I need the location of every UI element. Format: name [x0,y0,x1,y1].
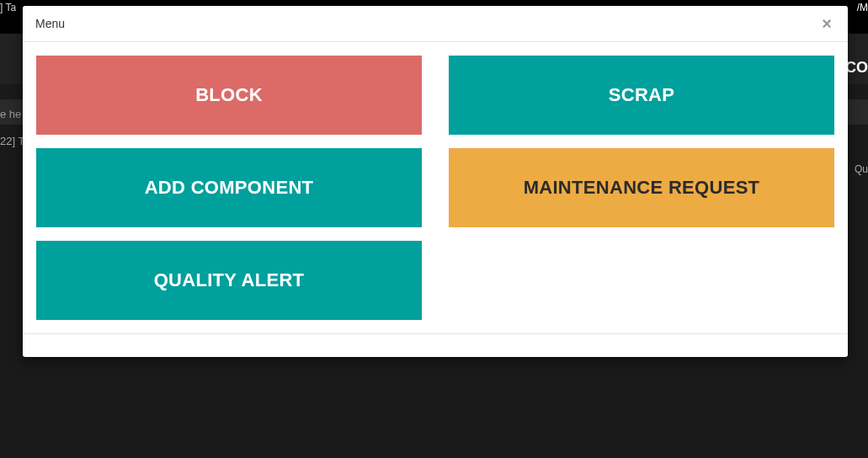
bg-top-left-text: ] Ta [0,2,16,13]
quality-alert-label: QUALITY ALERT [154,269,305,291]
scrap-label: SCRAP [609,84,675,106]
bg-row4-right-text: Qu [855,163,868,175]
modal-body: BLOCK SCRAP ADD COMPONENT MAINTENANCE RE… [23,42,848,333]
maintenance-request-button[interactable]: MAINTENANCE REQUEST [449,148,834,227]
menu-modal: Menu × BLOCK SCRAP ADD COMPONENT MAINTEN… [23,6,848,357]
add-component-button[interactable]: ADD COMPONENT [36,148,422,227]
block-label: BLOCK [195,84,263,106]
scrap-button[interactable]: SCRAP [449,56,834,135]
bg-row3-left-text: e he [0,108,21,120]
modal-footer [23,333,848,357]
add-component-label: ADD COMPONENT [145,177,314,199]
bg-row4-left-text: 22] T [0,135,24,147]
close-icon: × [822,14,832,33]
modal-header: Menu × [23,6,848,42]
close-button[interactable]: × [818,15,835,32]
bg-top-right-text: /M [857,2,868,13]
block-button[interactable]: BLOCK [36,56,422,135]
quality-alert-button[interactable]: QUALITY ALERT [36,241,422,320]
modal-title: Menu [35,17,65,30]
bg-row2-right-text: CO [845,59,868,77]
maintenance-request-label: MAINTENANCE REQUEST [524,177,760,199]
